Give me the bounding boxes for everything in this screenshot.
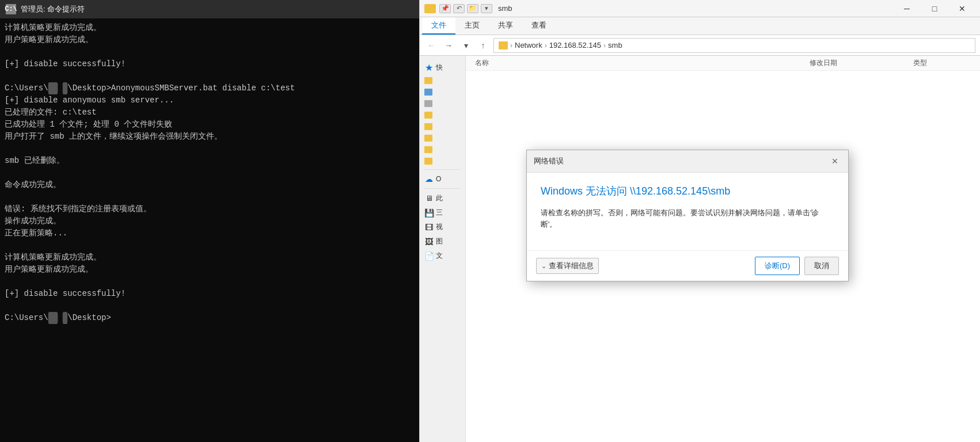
close-btn[interactable]: ✕ (949, 1, 975, 17)
cmd-line (5, 191, 415, 203)
sidebar-sep2 (424, 188, 461, 189)
cmd-line: C:\Users\██ █\Desktop>AnonymousSMBServer… (5, 82, 415, 94)
cmd-title: 管理员: 命令提示符 (21, 4, 85, 14)
dialog-desc-text: 请检查名称的拼写。否则，网络可能有问题。要尝试识别并解决网络问题，请单击'诊断'… (541, 207, 834, 230)
cmd-content: 计算机策略更新成功完成。 用户策略更新成功完成。 [+] disable suc… (0, 18, 419, 442)
dialog-titlebar: 网络错误 ✕ (527, 150, 848, 173)
folder-orange4-icon (424, 135, 432, 142)
folder-orange2-icon (424, 112, 432, 119)
dialog-footer: ⌄ 查看详细信息 诊断(D) 取消 (527, 250, 848, 281)
content-header: 名称 修改日期 类型 (466, 56, 980, 71)
tab-file[interactable]: 文件 (422, 17, 455, 35)
dialog-details-label: 查看详细信息 (549, 261, 594, 271)
tab-view[interactable]: 查看 (522, 17, 556, 35)
path-sep2: › (545, 41, 547, 49)
ribbon: 文件 主页 共享 查看 (420, 17, 980, 35)
cmd-line: 命令成功完成。 (5, 179, 415, 191)
recent-btn[interactable]: ▾ (459, 39, 473, 52)
dialog-main-text: Windows 无法访问 \\192.168.52.145\smb (541, 184, 834, 198)
cmd-line: [+] disable successfully! (5, 288, 415, 300)
path-ip: 192.168.52.145 (549, 41, 601, 49)
documents-icon: 📄 (424, 252, 434, 261)
sidebar-item-1[interactable] (420, 75, 465, 86)
sidebar-item-drive[interactable]: 💾 三 (420, 205, 465, 220)
cmd-line (5, 239, 415, 252)
cmd-line (5, 276, 415, 288)
cmd-line: smb 已经删除。 (5, 155, 415, 167)
star-icon: ★ (424, 63, 434, 73)
tab-home[interactable]: 主页 (455, 17, 489, 35)
sidebar-item-4[interactable] (420, 109, 465, 121)
cmd-titlebar: C:\ 管理员: 命令提示符 (0, 0, 419, 18)
folder-orange5-icon (424, 146, 432, 153)
sidebar-item-8[interactable] (420, 155, 465, 167)
up-btn[interactable]: ↑ (476, 39, 490, 52)
col-header-type: 类型 (913, 58, 971, 68)
col-header-date: 修改日期 (810, 58, 913, 68)
folder-gray-icon (424, 100, 432, 107)
path-folder-icon (499, 41, 508, 49)
dialog-diagnose-btn[interactable]: 诊断(D) (755, 257, 800, 275)
folder-orange-icon (424, 77, 432, 84)
minimize-btn[interactable]: ─ (894, 1, 920, 17)
cmd-line (5, 46, 415, 58)
back-btn[interactable]: ← (424, 39, 438, 52)
cloud-icon: ☁ (424, 174, 434, 184)
folder-orange3-icon (424, 123, 432, 130)
dialog-cancel-btn[interactable]: 取消 (804, 257, 839, 275)
cmd-line (5, 70, 415, 82)
sidebar-item-5[interactable] (420, 121, 465, 132)
sidebar-item-3[interactable] (420, 98, 465, 109)
cmd-line: 用户策略更新成功完成。 (5, 264, 415, 276)
title-folder-icon (424, 4, 436, 13)
path-sep3: › (603, 41, 606, 49)
explorer-title: smb (498, 4, 512, 13)
path-network: Network (515, 41, 542, 49)
cmd-line: 已处理的文件: c:\test (5, 106, 415, 119)
explorer-window: 📌 ↶ 📁 ▾ smb ─ □ ✕ 文件 主页 共享 查看 ← → ▾ ↑ › … (419, 0, 980, 442)
chevron-down-icon: ⌄ (541, 262, 546, 270)
cmd-line: 正在更新策略... (5, 227, 415, 239)
cmd-icon: C:\ (6, 4, 16, 14)
title-icons: 📌 ↶ 📁 ▾ (439, 4, 492, 13)
explorer-sidebar: ★ 快 (420, 56, 466, 442)
media-icon: 🎞 (424, 223, 434, 232)
tab-share[interactable]: 共享 (489, 17, 522, 35)
sidebar-item-2[interactable] (420, 86, 465, 98)
cmd-line (5, 143, 415, 155)
cmd-line: 操作成功完成。 (5, 215, 415, 227)
sidebar-item-6[interactable] (420, 132, 465, 144)
network-error-dialog: 网络错误 ✕ Windows 无法访问 \\192.168.52.145\smb… (526, 150, 849, 281)
sidebar-item-media[interactable]: 🎞 视 (420, 220, 465, 234)
cmd-line: C:\Users\██ █\Desktop> (5, 312, 415, 324)
cmd-line: 用户策略更新成功完成。 (5, 34, 415, 46)
new-folder-btn[interactable]: 📁 (467, 4, 478, 13)
cmd-line: 错误: 系统找不到指定的注册表项或值。 (5, 203, 415, 215)
cmd-line (5, 300, 415, 312)
sidebar-item-documents[interactable]: 📄 文 (420, 249, 465, 263)
sidebar-item-pictures[interactable]: 🖼 图 (420, 234, 465, 249)
sidebar-item-pc[interactable]: 🖥 此 (420, 191, 465, 205)
address-bar: ← → ▾ ↑ › Network › 192.168.52.145 › smb (420, 35, 980, 56)
pictures-icon: 🖼 (424, 237, 434, 246)
sidebar-item-onedrive[interactable]: ☁ O (420, 172, 465, 186)
sidebar-item-7[interactable] (420, 144, 465, 155)
cmd-line (5, 167, 415, 179)
address-path[interactable]: › Network › 192.168.52.145 › smb (493, 38, 975, 53)
sidebar-sep1 (424, 169, 461, 170)
undo-btn[interactable]: ↶ (453, 4, 465, 13)
path-smb: smb (608, 41, 622, 49)
dialog-close-btn[interactable]: ✕ (829, 155, 841, 167)
maximize-btn[interactable]: □ (921, 1, 948, 17)
pc-icon: 🖥 (424, 194, 434, 203)
dropdown-btn[interactable]: ▾ (481, 4, 492, 13)
quick-access-btn[interactable]: 📌 (439, 4, 451, 13)
cmd-line: [+] disable anonymous smb server... (5, 94, 415, 106)
forward-btn[interactable]: → (442, 39, 455, 52)
dialog-body: Windows 无法访问 \\192.168.52.145\smb 请检查名称的… (527, 173, 848, 250)
col-header-name: 名称 (475, 58, 810, 68)
drive-icon: 💾 (424, 208, 434, 218)
cmd-window: C:\ 管理员: 命令提示符 计算机策略更新成功完成。 用户策略更新成功完成。 … (0, 0, 419, 442)
sidebar-item-quick-access[interactable]: ★ 快 (420, 60, 465, 75)
dialog-details-btn[interactable]: ⌄ 查看详细信息 (536, 258, 599, 274)
